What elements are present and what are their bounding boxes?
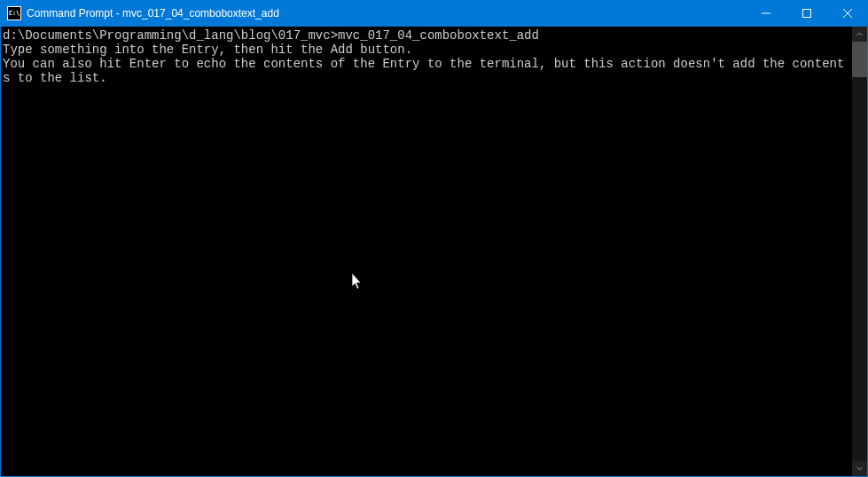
scroll-thumb[interactable] [852, 42, 867, 77]
window-title: Command Prompt - mvc_017_04_comboboxtext… [27, 7, 746, 20]
maximize-icon [802, 9, 811, 18]
chevron-up-icon [856, 31, 863, 37]
vertical-scrollbar[interactable] [852, 27, 867, 476]
prompt-path: d:\Documents\Programming\d_lang\blog\017… [3, 28, 338, 43]
console-output: d:\Documents\Programming\d_lang\blog\017… [1, 27, 851, 85]
app-icon: C:\ [7, 6, 21, 20]
command-prompt-window: C:\ Command Prompt - mvc_017_04_combobox… [0, 0, 868, 477]
command-text: mvc_017_04_comboboxtext_add [338, 28, 539, 43]
chevron-down-icon [856, 465, 863, 472]
close-button[interactable] [827, 0, 868, 27]
output-line-2: You can also hit Enter to echo the conte… [3, 57, 844, 85]
console-body[interactable]: d:\Documents\Programming\d_lang\blog\017… [0, 27, 868, 477]
minimize-icon [762, 9, 770, 18]
scroll-up-button[interactable] [852, 27, 867, 42]
titlebar[interactable]: C:\ Command Prompt - mvc_017_04_combobox… [0, 0, 868, 27]
close-icon [843, 9, 852, 18]
svg-rect-1 [803, 10, 811, 18]
output-line-1: Type something into the Entry, then hit … [3, 43, 412, 57]
window-controls [746, 0, 868, 27]
mouse-cursor [352, 273, 364, 294]
minimize-button[interactable] [746, 0, 786, 27]
scroll-down-button[interactable] [852, 461, 867, 476]
maximize-button[interactable] [786, 0, 827, 27]
